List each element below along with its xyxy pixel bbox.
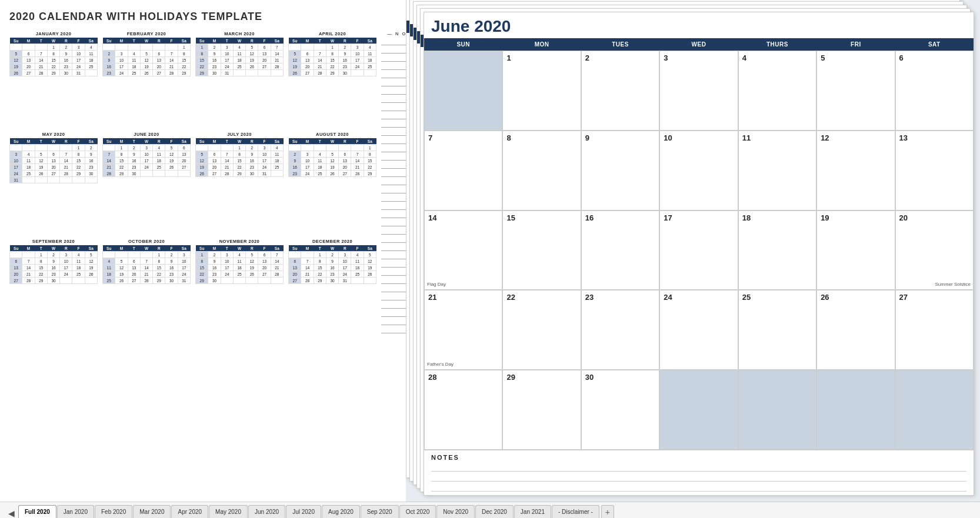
tab-jun2020[interactable]: Jun 2020 bbox=[248, 505, 285, 518]
mini-cal-cell: 3 bbox=[301, 151, 314, 158]
mini-cal-cell: 2 bbox=[165, 252, 178, 258]
mini-cal-cell: 12 bbox=[364, 258, 376, 265]
left-panel: 2020 CALENDAR WITH HOLIDAYS TEMPLATE JAN… bbox=[0, 0, 406, 502]
mini-cal-cell bbox=[221, 278, 233, 284]
mini-cal-cell: 22 bbox=[35, 271, 47, 278]
tab-may2020[interactable]: May 2020 bbox=[209, 505, 248, 518]
table-row: 9 bbox=[581, 131, 659, 210]
mini-cal-cell: 28 bbox=[103, 171, 115, 177]
mini-cal-cell: 28 bbox=[351, 171, 364, 177]
mini-cal-cell bbox=[221, 145, 233, 151]
mini-cal-cell: 16 bbox=[339, 57, 351, 64]
mini-cal-cell: 14 bbox=[351, 158, 364, 164]
tab-disclaimer[interactable]: - Disclaimer - bbox=[552, 505, 599, 518]
mini-cal-header: T bbox=[221, 38, 233, 44]
tab-jan2021[interactable]: Jan 2021 bbox=[514, 505, 551, 518]
mini-cal-cell: 24 bbox=[10, 171, 22, 177]
mini-cal-cell: 24 bbox=[140, 164, 152, 171]
mini-cal-cell bbox=[72, 177, 85, 183]
mini-cal-cell bbox=[208, 145, 221, 151]
mini-cal-cell bbox=[258, 70, 271, 76]
mini-cal-cell bbox=[246, 278, 258, 284]
mini-cal-cell: 3 bbox=[221, 44, 233, 51]
tab-bar: ◀Full 2020Jan 2020Feb 2020Mar 2020Apr 20… bbox=[0, 502, 980, 518]
tab-nov2020[interactable]: Nov 2020 bbox=[436, 505, 475, 518]
mini-cal-table: SuMTWRFSa1234567891011121314151617181920… bbox=[9, 38, 98, 76]
mini-cal-cell bbox=[47, 177, 59, 183]
mini-cal-cell bbox=[10, 145, 22, 151]
mini-cal-cell: 18 bbox=[103, 271, 115, 278]
mini-cal-cell: 15 bbox=[115, 158, 128, 164]
add-tab-button[interactable]: + bbox=[601, 505, 614, 518]
mini-cal-cell bbox=[351, 278, 364, 284]
tab-full2020[interactable]: Full 2020 bbox=[18, 505, 56, 518]
mini-calendar-april-2020: APRIL 2020SuMTWRFSa123456789101112131415… bbox=[288, 31, 376, 126]
tab-dec2020[interactable]: Dec 2020 bbox=[475, 505, 514, 518]
mini-cal-cell: 23 bbox=[326, 271, 338, 278]
mini-cal-cell bbox=[72, 278, 85, 284]
tab-feb2020[interactable]: Feb 2020 bbox=[95, 505, 132, 518]
mini-cal-header: T bbox=[35, 245, 47, 252]
mini-cal-cell bbox=[153, 44, 165, 51]
mini-cal-cell: 5 bbox=[326, 151, 338, 158]
mini-cal-cell: 8 bbox=[115, 151, 128, 158]
mini-cal-cell bbox=[165, 44, 178, 51]
mini-cal-cell: 30 bbox=[47, 278, 59, 284]
mini-cal-cell: 15 bbox=[364, 158, 376, 164]
fri-header: FRI bbox=[816, 38, 895, 51]
mini-cal-header: Su bbox=[103, 245, 115, 252]
mini-cal-title: MARCH 2020 bbox=[195, 31, 284, 36]
mini-cal-header: M bbox=[115, 138, 128, 145]
tab-sep2020[interactable]: Sep 2020 bbox=[361, 505, 399, 518]
tab-jan2020[interactable]: Jan 2020 bbox=[57, 505, 94, 518]
mini-cal-cell: 31 bbox=[258, 171, 271, 177]
mini-cal-table: SuMTWRFSa1234567891011121314151617181920… bbox=[195, 245, 284, 284]
mini-cal-cell: 2 bbox=[208, 44, 221, 51]
mini-cal-cell: 27 bbox=[258, 271, 271, 278]
table-row: 25 bbox=[738, 290, 816, 370]
mini-cal-cell: 23 bbox=[208, 271, 221, 278]
mini-cal-cell: 10 bbox=[72, 51, 85, 57]
mini-cal-cell: 24 bbox=[221, 271, 233, 278]
mini-calendar-november-2020: NOVEMBER 2020SuMTWRFSa123456789101112131… bbox=[195, 239, 284, 333]
mini-cal-cell bbox=[153, 171, 165, 177]
tab-mar2020[interactable]: Mar 2020 bbox=[133, 505, 171, 518]
mini-cal-cell: 4 bbox=[364, 44, 376, 51]
table-row: 2 bbox=[581, 51, 659, 131]
mini-cal-cell: 13 bbox=[128, 265, 140, 271]
mini-cal-header: F bbox=[165, 245, 178, 252]
mini-cal-title: DECEMBER 2020 bbox=[288, 239, 376, 244]
mini-cal-cell: 9 bbox=[165, 258, 178, 265]
mini-cal-cell: 7 bbox=[22, 258, 35, 265]
mini-cal-cell: 30 bbox=[165, 278, 178, 284]
mini-cal-cell: 27 bbox=[289, 278, 301, 284]
mini-cal-cell bbox=[301, 145, 314, 151]
mini-cal-cell: 31 bbox=[339, 278, 351, 284]
mini-cal-header: Sa bbox=[271, 245, 283, 252]
mini-cal-cell: 2 bbox=[85, 145, 97, 151]
mini-cal-header: T bbox=[314, 38, 326, 44]
mini-cal-cell: 8 bbox=[364, 151, 376, 158]
tab-jul2020[interactable]: Jul 2020 bbox=[286, 505, 321, 518]
mini-cal-header: W bbox=[233, 245, 245, 252]
tab-aug2020[interactable]: Aug 2020 bbox=[322, 505, 360, 518]
mini-cal-header: F bbox=[72, 138, 85, 145]
tab-apr2020[interactable]: Apr 2020 bbox=[171, 505, 208, 518]
mini-cal-header: F bbox=[258, 245, 271, 252]
tab-nav-arrow[interactable]: ◀ bbox=[5, 509, 18, 518]
mini-cal-cell: 30 bbox=[208, 278, 221, 284]
table-row: 1 bbox=[502, 51, 581, 131]
tab-oct2020[interactable]: Oct 2020 bbox=[399, 505, 436, 518]
mini-cal-cell: 15 bbox=[196, 57, 208, 64]
mini-cal-cell: 2 bbox=[60, 44, 72, 51]
mini-cal-cell bbox=[339, 145, 351, 151]
mini-cal-cell: 13 bbox=[10, 265, 22, 271]
mini-cal-cell: 29 bbox=[196, 70, 208, 76]
stacked-calendars: January 2020 SUN MON TUES WED THURS FRI … bbox=[406, 0, 980, 502]
mini-cal-cell: 3 bbox=[351, 44, 364, 51]
mini-cal-cell: 21 bbox=[165, 64, 178, 70]
mini-cal-cell: 29 bbox=[72, 171, 85, 177]
mini-cal-cell: 25 bbox=[314, 171, 326, 177]
mini-cal-cell: 11 bbox=[314, 158, 326, 164]
mini-cal-cell: 10 bbox=[178, 258, 190, 265]
